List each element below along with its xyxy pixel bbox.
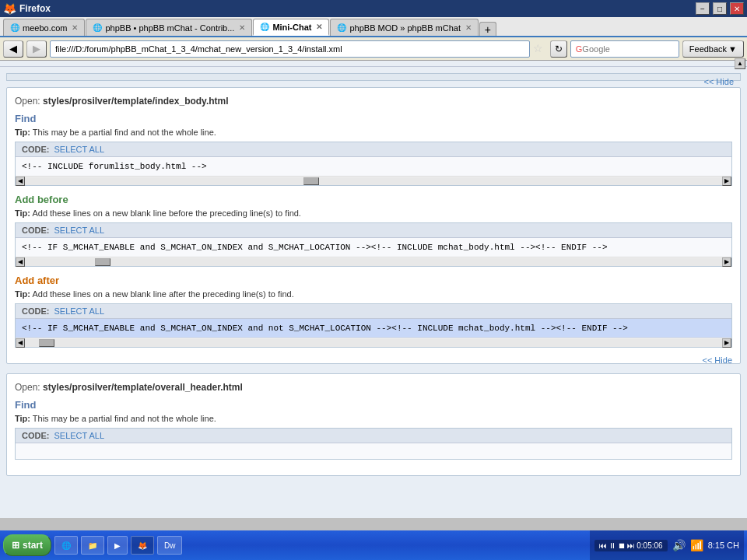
tab-icon: 🌐: [260, 23, 269, 31]
code-label-3: CODE:: [22, 306, 49, 316]
add-before-block: Add before Tip: Add these lines on a new…: [15, 194, 732, 267]
tab-close-icon[interactable]: ✕: [465, 23, 472, 32]
network-icon[interactable]: 📶: [690, 539, 703, 551]
find-label-2: Find: [15, 399, 732, 411]
code-box-1: CODE: SELECT ALL <!-- INCLUDE forumlist_…: [15, 142, 732, 186]
system-time: 8:15 CH: [708, 540, 739, 551]
tip-bold-3: Tip:: [15, 289, 30, 299]
scroll-right-3[interactable]: ▶: [722, 338, 731, 348]
media-time: 0:05:06: [637, 541, 662, 550]
section-overall-header: Open: styles/prosilver/template/overall_…: [6, 373, 741, 476]
search-box[interactable]: G 🔍: [570, 40, 679, 58]
taskbar-media-button[interactable]: ▶: [107, 536, 128, 555]
code-header-2: CODE: SELECT ALL: [16, 223, 731, 238]
top-hide-button[interactable]: << Hide: [703, 77, 734, 86]
chevron-down-icon: ▼: [728, 44, 737, 54]
select-all-link-2[interactable]: SELECT ALL: [54, 226, 104, 235]
code-scrollbar-3[interactable]: ◀ ▶: [16, 338, 731, 347]
tab-phpbb-contrib[interactable]: 🌐 phpBB • phpBB mChat - Contrib... ✕: [86, 19, 252, 36]
refresh-button[interactable]: ↻: [550, 40, 567, 58]
tab-mini-chat[interactable]: 🌐 Mini-Chat ✕: [253, 19, 329, 36]
scroll-right-2[interactable]: ▶: [722, 257, 731, 267]
media-player-tray: ⏮ ⏸ ⏹ ⏭ 0:05:06: [594, 540, 667, 551]
top-hide-bar: << Hide: [6, 73, 741, 81]
code-content-1: <!-- INCLUDE forumlist_body.html -->: [16, 157, 731, 176]
find-block: Find Tip: This may be a partial find and…: [15, 113, 732, 186]
scroll-left-1[interactable]: ◀: [16, 177, 25, 186]
code-scrollbar-1[interactable]: ◀ ▶: [16, 176, 731, 185]
media-icon: ▶: [114, 541, 121, 550]
section-open-header: Open: styles/prosilver/template/index_bo…: [15, 96, 732, 107]
taskbar-firefox-button[interactable]: 🦊: [131, 536, 154, 555]
code-box-3: CODE: SELECT ALL <!-- IF S_MCHAT_ENABLE …: [15, 303, 732, 348]
volume-icon[interactable]: 🔊: [672, 539, 686, 551]
scroll-right-1[interactable]: ▶: [722, 177, 731, 186]
section2-file-path: styles/prosilver/template/overall_header…: [43, 382, 243, 393]
window-title: Firefox: [19, 3, 693, 14]
firefox-logo: 🦊: [3, 2, 16, 15]
taskbar-filemanager-button[interactable]: 📁: [81, 536, 104, 555]
tab-bar: 🌐 meebo.com ✕ 🌐 phpBB • phpBB mChat - Co…: [0, 17, 747, 37]
scroll-left-3[interactable]: ◀: [16, 338, 25, 348]
media-next-button[interactable]: ⏭: [627, 541, 635, 550]
windows-logo-icon: ⊞: [12, 540, 19, 551]
scroll-track-2[interactable]: [25, 258, 722, 266]
section2-open-header: Open: styles/prosilver/template/overall_…: [15, 382, 732, 393]
code-header-3: CODE: SELECT ALL: [16, 304, 731, 319]
taskbar-ie-button[interactable]: 🌐: [54, 536, 78, 555]
new-tab-button[interactable]: +: [479, 22, 496, 36]
back-button[interactable]: ◀: [3, 40, 23, 58]
section-index-body: Open: styles/prosilver/template/index_bo…: [6, 87, 741, 364]
select-all-link-4[interactable]: SELECT ALL: [54, 431, 104, 440]
code-content-4: [16, 443, 731, 459]
scroll-track-3[interactable]: [25, 339, 722, 347]
select-all-link-3[interactable]: SELECT ALL: [54, 306, 104, 316]
bookmark-star-icon[interactable]: ☆: [533, 42, 547, 56]
tab-icon: 🌐: [10, 23, 19, 32]
window-titlebar: 🦊 Firefox − □ ✕: [0, 0, 747, 17]
section-file-path: styles/prosilver/template/index_body.htm…: [43, 96, 229, 107]
select-all-link-1[interactable]: SELECT ALL: [54, 145, 104, 154]
scroll-up-arrow[interactable]: ▲: [735, 58, 745, 69]
address-input[interactable]: [50, 40, 530, 58]
scroll-left-2[interactable]: ◀: [16, 257, 25, 267]
tab-icon: 🌐: [93, 23, 102, 32]
scroll-track-1[interactable]: [25, 177, 722, 185]
ie-icon: 🌐: [61, 541, 71, 550]
browser-content: << Hide Open: styles/prosilver/template/…: [0, 67, 747, 518]
media-play-button[interactable]: ⏸: [608, 541, 616, 550]
tab-phpbb-mod[interactable]: 🌐 phpBB MOD » phpBB mChat ✕: [330, 19, 478, 36]
add-after-label: Add after: [15, 275, 732, 286]
taskbar: ⊞ start 🌐 📁 ▶ 🦊 Dw ⏮ ⏸ ⏹ ⏭ 0:05:06 🔊 📶 8…: [0, 530, 747, 560]
add-after-tip: Tip: Add these lines on a new blank line…: [15, 289, 732, 299]
media-prev-button[interactable]: ⏮: [599, 541, 607, 550]
code-label-1: CODE:: [22, 145, 49, 154]
code-content-2: <!-- IF S_MCHAT_ENABLE and S_MCHAT_ON_IN…: [16, 238, 731, 257]
tab-meebo[interactable]: 🌐 meebo.com ✕: [3, 19, 85, 36]
find-block-2: Find Tip: This may be a partial find and…: [15, 399, 732, 460]
feedback-button[interactable]: Feedback ▼: [682, 40, 744, 58]
minimize-button[interactable]: −: [696, 2, 710, 15]
maximize-button[interactable]: □: [713, 2, 727, 15]
taskbar-dreamweaver-button[interactable]: Dw: [157, 536, 182, 555]
tab-label: phpBB • phpBB mChat - Contrib...: [105, 23, 234, 33]
tip-text-4: This may be a partial find and not the w…: [33, 414, 216, 423]
tip-bold: Tip:: [15, 128, 30, 137]
system-tray: ⏮ ⏸ ⏹ ⏭ 0:05:06 🔊 📶 8:15 CH: [590, 530, 744, 560]
tab-close-icon[interactable]: ✕: [316, 23, 322, 31]
add-before-label: Add before: [15, 194, 732, 205]
code-scrollbar-2[interactable]: ◀ ▶: [16, 257, 731, 266]
tab-label: phpBB MOD » phpBB mChat: [349, 23, 460, 33]
close-button[interactable]: ✕: [730, 2, 744, 15]
bottom-hide-button-1[interactable]: << Hide: [702, 355, 732, 365]
tab-close-icon[interactable]: ✕: [239, 23, 245, 32]
search-input[interactable]: [582, 44, 689, 54]
forward-button[interactable]: ▶: [26, 40, 47, 58]
code-content-3: <!-- IF S_MCHAT_ENABLE and S_MCHAT_ON_IN…: [16, 319, 731, 338]
firefox-taskbar-icon: 🦊: [138, 541, 147, 550]
tab-close-icon[interactable]: ✕: [72, 23, 78, 32]
clock-time: 8:15 CH: [708, 540, 739, 551]
media-stop-button[interactable]: ⏹: [618, 541, 626, 550]
vertical-scrollbar-top[interactable]: ▲: [0, 61, 747, 67]
start-button[interactable]: ⊞ start: [3, 534, 51, 556]
